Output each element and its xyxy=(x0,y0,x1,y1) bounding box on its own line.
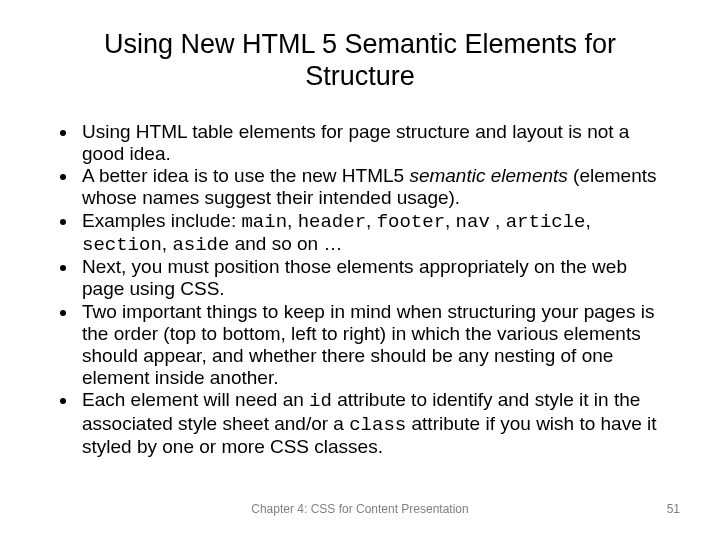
code-text: class xyxy=(349,414,406,436)
bullet-item: Next, you must position those elements a… xyxy=(78,256,670,300)
bullet-item: Each element will need an id attribute t… xyxy=(78,389,670,458)
code-text: id xyxy=(309,390,332,412)
page-number: 51 xyxy=(667,502,680,516)
sep-text: , xyxy=(162,233,173,254)
sep-text: , xyxy=(586,210,591,231)
code-text: footer xyxy=(377,211,445,233)
code-text: aside xyxy=(172,234,229,256)
bullet-item: A better idea is to use the new HTML5 se… xyxy=(78,165,670,209)
code-text: article xyxy=(506,211,586,233)
bullet-list: Using HTML table elements for page struc… xyxy=(50,121,670,458)
bullet-text: Next, you must position those elements a… xyxy=(82,256,627,299)
bullet-item: Two important things to keep in mind whe… xyxy=(78,301,670,390)
code-text: nav xyxy=(456,211,490,233)
bullet-item: Using HTML table elements for page struc… xyxy=(78,121,670,165)
sep-text: , xyxy=(490,210,506,231)
code-text: main xyxy=(241,211,287,233)
bullet-item: Examples include: main, header, footer, … xyxy=(78,210,670,256)
sep-text: , xyxy=(445,210,456,231)
bullet-text: A better idea is to use the new HTML5 xyxy=(82,165,409,186)
bullet-text: Each element will need an xyxy=(82,389,309,410)
bullet-text: Two important things to keep in mind whe… xyxy=(82,301,654,389)
sep-text: , xyxy=(366,210,377,231)
bullet-text: Examples include: xyxy=(82,210,241,231)
code-text: header xyxy=(298,211,366,233)
code-text: section xyxy=(82,234,162,256)
footer-chapter: Chapter 4: CSS for Content Presentation xyxy=(0,502,720,516)
slide-title: Using New HTML 5 Semantic Elements for S… xyxy=(50,28,670,93)
slide: Using New HTML 5 Semantic Elements for S… xyxy=(0,0,720,540)
bullet-text: Using HTML table elements for page struc… xyxy=(82,121,629,164)
sep-text: , xyxy=(287,210,298,231)
italic-text: semantic elements xyxy=(409,165,567,186)
bullet-text: and so on … xyxy=(229,233,342,254)
